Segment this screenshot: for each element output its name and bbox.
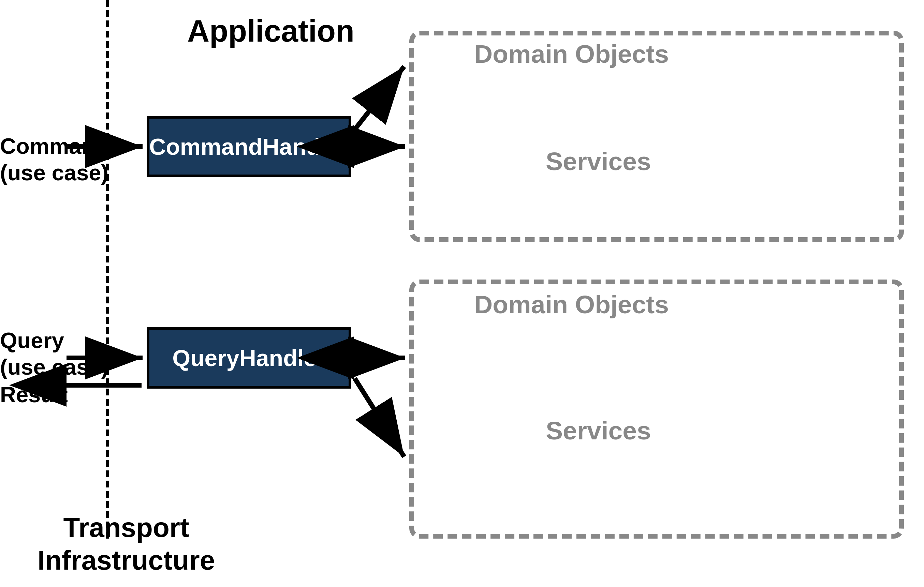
query-label: Query (use case) xyxy=(0,327,109,380)
command-label: Command (use case) xyxy=(0,133,109,186)
vertical-dashed-line xyxy=(106,0,109,539)
transport-infrastructure-label: Transport Infrastructure xyxy=(38,511,215,577)
domain-objects-top-label: Domain Objects xyxy=(474,39,669,69)
result-label: Result xyxy=(0,382,68,407)
query-handler-label: QueryHandler xyxy=(172,345,326,371)
services-top-label: Services xyxy=(546,146,651,176)
diagram-container: Application Transport Infrastructure Com… xyxy=(0,0,924,587)
command-handler-box: CommandHandler xyxy=(147,116,351,177)
services-bottom-label: Services xyxy=(546,416,651,445)
command-handler-domain-diagonal-arrow xyxy=(355,66,404,130)
domain-objects-bottom-label: Domain Objects xyxy=(474,290,669,319)
query-handler-box: QueryHandler xyxy=(147,327,351,389)
query-handler-domain-diagonal-arrow xyxy=(355,378,404,457)
application-title: Application xyxy=(187,14,355,49)
command-handler-label: CommandHandler xyxy=(149,133,349,160)
